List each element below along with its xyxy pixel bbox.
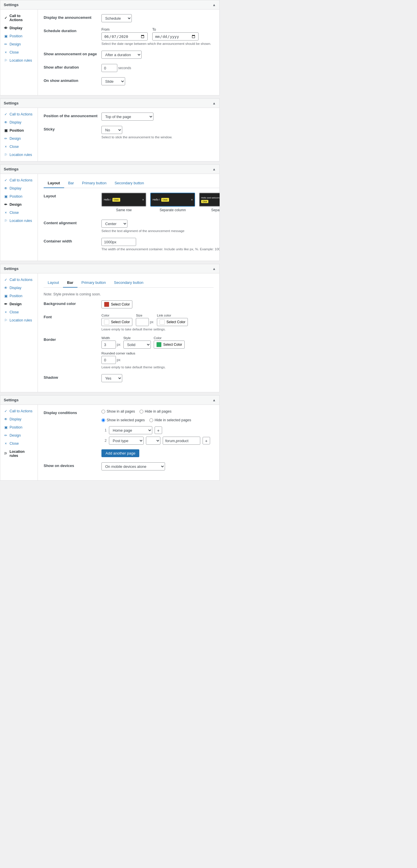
db-sidebar-cta[interactable]: ✓ Call to Actions: [0, 276, 38, 284]
font-hint: Leave empty to take default theme settin…: [101, 328, 214, 331]
sidebar-item-position[interactable]: ▣ Position: [0, 32, 38, 40]
radio-hide-all[interactable]: Hide in all pages: [140, 409, 171, 413]
tab-bar[interactable]: Bar: [64, 179, 78, 188]
radio-show-all[interactable]: Show in all pages: [101, 409, 135, 413]
condition-2-is-select[interactable]: is is not: [146, 437, 161, 445]
radio-show-all-input[interactable]: [101, 410, 105, 413]
db-tab-primary[interactable]: Primary button: [77, 278, 110, 288]
radio-hide-selected[interactable]: Hide in selected pages: [149, 418, 191, 422]
tab-secondary-button[interactable]: Secondary button: [110, 179, 148, 188]
tab-layout[interactable]: Layout: [44, 179, 64, 188]
border-style-select[interactable]: Solid None Dashed Dotted: [124, 341, 151, 349]
content-alignment-select[interactable]: Center Left Right: [101, 220, 128, 228]
sidebar-item-call-to-actions[interactable]: ✓ Call to Actions: [0, 12, 38, 24]
sidebar-item-close[interactable]: × Close: [0, 48, 38, 56]
dl-sidebar-display[interactable]: 👁 Display: [0, 184, 38, 192]
loc-sidebar-close[interactable]: × Close: [0, 439, 38, 447]
radio-hide-selected-input[interactable]: [149, 418, 153, 422]
condition-1-add-btn[interactable]: +: [154, 427, 162, 434]
border-radius-label: Rounded corner radius: [101, 351, 135, 355]
dl-sidebar-position[interactable]: ▣ Position: [0, 192, 38, 200]
design-bar-collapse[interactable]: ▲: [212, 267, 216, 271]
db-sidebar-design[interactable]: ✏ Design: [0, 300, 38, 308]
font-color-btn[interactable]: Select Color: [101, 318, 132, 326]
font-field-control: Color Select Color Size px: [101, 314, 214, 331]
db-tab-bar[interactable]: Bar: [63, 278, 77, 288]
location-collapse-arrow[interactable]: ▲: [212, 398, 216, 402]
loc-sidebar-location[interactable]: ⚐ Location rules: [0, 447, 38, 460]
position-select[interactable]: Top of the page Bottom of the page Cente…: [101, 113, 153, 121]
font-color-group: Color Select Color: [101, 314, 132, 326]
db-sidebar-close[interactable]: × Close: [0, 308, 38, 316]
dl-sidebar-design[interactable]: ✏ Design: [0, 200, 38, 209]
sidebar-item-location[interactable]: ⚐ Location rules: [0, 56, 38, 64]
content-alignment-label: Content alignment: [44, 220, 101, 225]
layout-option-same-row[interactable]: Hello ! Click × Same row: [101, 193, 146, 212]
font-link-color-btn[interactable]: Select Color: [157, 318, 188, 326]
collapse-arrow[interactable]: ▲: [212, 3, 216, 7]
condition-num-1: 1: [101, 428, 107, 432]
border-radius-input[interactable]: [101, 356, 116, 364]
design-layout-collapse[interactable]: ▲: [212, 167, 216, 171]
duration-input[interactable]: [101, 64, 117, 72]
design-layout-body: ✓ Call to Actions 👁 Display ▣ Position ✏…: [0, 174, 219, 261]
sep-col-hello: Hello !: [152, 198, 160, 201]
display-sidebar: ✓ Call to Actions 👁 Display ▣ Position ✏…: [0, 9, 38, 95]
db-tab-secondary[interactable]: Secondary button: [110, 278, 147, 288]
show-on-page-select[interactable]: After a duration Immediately On scroll: [101, 51, 142, 59]
preview-close-btn: ×: [142, 198, 144, 202]
condition-2-type-select[interactable]: Post type Category Tag: [109, 437, 144, 445]
db-sidebar-display[interactable]: 👁 Display: [0, 284, 38, 292]
bg-color-btn[interactable]: Select Color: [101, 300, 132, 308]
radio-show-selected-input[interactable]: [101, 418, 105, 422]
condition-2-tag-input[interactable]: [163, 437, 200, 445]
dl-position-icon: ▣: [4, 194, 8, 198]
pos-sidebar-cta[interactable]: ✓ Call to Actions: [0, 110, 38, 118]
tab-primary-button[interactable]: Primary button: [78, 179, 111, 188]
db-sidebar-position[interactable]: ▣ Position: [0, 292, 38, 300]
container-width-input[interactable]: [101, 238, 136, 246]
pos-sidebar-location[interactable]: ⚐ Location rules: [0, 151, 38, 159]
sticky-hint: Select to stick the announcement to the …: [101, 135, 214, 139]
animation-select[interactable]: Slide None Fade: [101, 77, 125, 85]
loc-sidebar-position[interactable]: ▣ Position: [0, 423, 38, 431]
loc-checkmark-icon: ✓: [4, 409, 8, 413]
condition-2-add-btn[interactable]: +: [203, 437, 210, 444]
dl-sidebar-cta[interactable]: ✓ Call to Actions: [0, 176, 38, 184]
db-tab-layout[interactable]: Layout: [44, 278, 63, 288]
sticky-select[interactable]: No Yes: [101, 126, 122, 134]
position-settings-header: Settings ▲: [0, 99, 219, 108]
border-color-btn[interactable]: Select Color: [154, 341, 185, 349]
db-sidebar-location[interactable]: ⚐ Location rules: [0, 316, 38, 324]
pos-sidebar-position[interactable]: ▣ Position: [0, 126, 38, 134]
loc-sidebar-display[interactable]: 👁 Display: [0, 415, 38, 423]
radio-hide-all-input[interactable]: [140, 410, 143, 413]
border-width-input[interactable]: [101, 341, 116, 349]
display-announcement-select[interactable]: Schedule Always Cookie: [101, 14, 132, 22]
design-bar-body: ✓ Call to Actions 👁 Display ▣ Position ✏…: [0, 273, 219, 392]
loc-sidebar-cta[interactable]: ✓ Call to Actions: [0, 407, 38, 415]
position-collapse-arrow[interactable]: ▲: [212, 101, 216, 105]
pos-sidebar-display[interactable]: 👁 Display: [0, 118, 38, 126]
to-date-input[interactable]: [152, 32, 199, 40]
show-on-devices-select[interactable]: On mobile devices alone On all devices O…: [101, 462, 165, 470]
same-row-label: Same row: [116, 208, 132, 212]
condition-1-page-select[interactable]: Home page About Contact Blog: [109, 426, 152, 434]
pos-sidebar-design[interactable]: ✏ Design: [0, 134, 38, 143]
sidebar-item-display[interactable]: 👁 Display: [0, 24, 38, 32]
layout-option-separate-row[interactable]: Hello and welcome ! × Click Separate row: [199, 193, 220, 212]
dl-sidebar-location[interactable]: ⚐ Location rules: [0, 217, 38, 225]
loc-sidebar-design[interactable]: ✏ Design: [0, 431, 38, 439]
font-size-input[interactable]: [136, 318, 149, 326]
pos-position-icon: ▣: [4, 128, 8, 132]
shadow-select[interactable]: Yes No: [101, 374, 122, 382]
layout-option-separate-col[interactable]: Hello ! Click × Separate column: [150, 193, 195, 212]
radio-show-selected[interactable]: Show in selected pages: [101, 418, 145, 422]
pos-sidebar-close[interactable]: × Close: [0, 143, 38, 151]
loc-eye-icon: 👁: [4, 417, 8, 421]
sidebar-item-design[interactable]: ✏ Design: [0, 40, 38, 48]
add-page-btn[interactable]: Add another page: [101, 450, 139, 457]
show-on-page-field: Show announcement on page After a durati…: [44, 51, 214, 59]
dl-sidebar-close[interactable]: × Close: [0, 209, 38, 217]
from-date-input[interactable]: [101, 32, 148, 40]
